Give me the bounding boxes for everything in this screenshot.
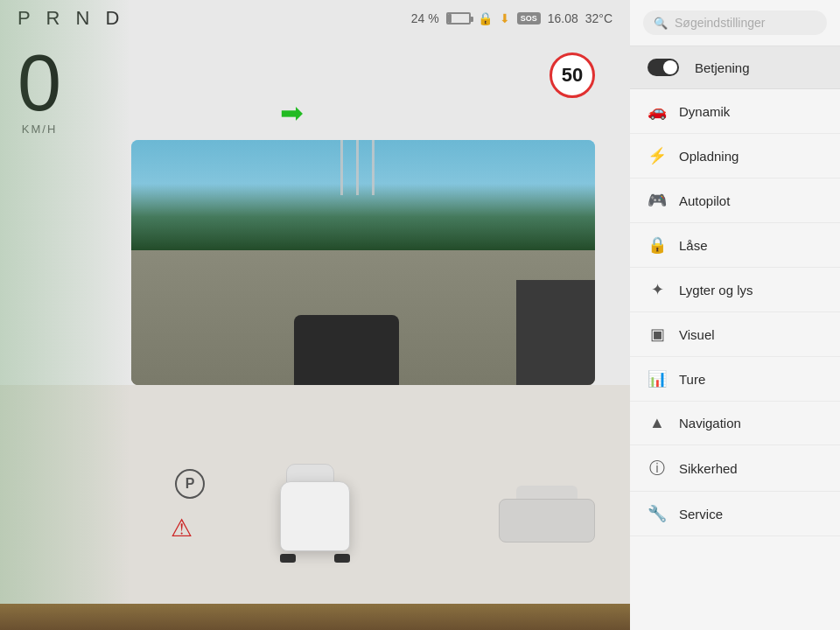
table-surface xyxy=(0,604,630,630)
search-placeholder: Søgeindstillinger xyxy=(675,16,766,30)
navigation-label: Navigation xyxy=(679,416,741,430)
camera-sky xyxy=(131,140,595,250)
sidebar-item-autopilot[interactable]: 🎮 Autopilot xyxy=(630,178,840,223)
settings-menu-items: Betjening 🚗 Dynamik ⚡ Opladning 🎮 Autopi… xyxy=(630,46,840,630)
status-icons-group: 24 % 🔒 ⬇ SOS 16.08 32°C xyxy=(411,11,612,25)
lock-icon: 🔒 xyxy=(478,11,493,25)
service-icon: 🔧 xyxy=(648,504,667,523)
sikkerhed-icon: ⓘ xyxy=(648,458,667,479)
sidebar-item-navigation[interactable]: ▲ Navigation xyxy=(630,402,840,445)
autopilot-icon: 🎮 xyxy=(648,191,667,210)
sidebar-item-service[interactable]: 🔧 Service xyxy=(630,492,840,536)
ture-icon: 📊 xyxy=(648,369,667,388)
sidebar-item-lygter[interactable]: ✦ Lygter og lys xyxy=(630,268,840,312)
laase-label: Låse xyxy=(679,238,708,253)
sidebar-item-laase[interactable]: 🔒 Låse xyxy=(630,223,840,268)
speed-section: 0 KM/H xyxy=(18,44,61,136)
sidebar-item-visuel[interactable]: ▣ Visuel xyxy=(630,312,840,357)
ture-label: Ture xyxy=(679,372,705,387)
betjening-toggle[interactable] xyxy=(648,59,679,76)
betjening-label: Betjening xyxy=(695,60,750,75)
opladning-label: Opladning xyxy=(679,149,738,164)
speed-value: 0 xyxy=(18,44,61,122)
seatbelt-warning-icon: ⚠ xyxy=(171,514,192,542)
speed-limit-sign: 50 xyxy=(550,52,595,98)
dynamik-label: Dynamik xyxy=(679,104,730,119)
sidebar-item-sikkerhed[interactable]: ⓘ Sikkerhed xyxy=(630,445,840,492)
sidebar-item-ture[interactable]: 📊 Ture xyxy=(630,357,840,402)
search-icon: 🔍 xyxy=(654,17,668,30)
battery-percentage: 24 % xyxy=(411,11,439,25)
dashboard-panel: P R N D 24 % 🔒 ⬇ SOS 16.08 32°C 0 KM/H 5… xyxy=(0,0,630,630)
camera-ground xyxy=(131,250,595,385)
speed-unit: KM/H xyxy=(18,122,61,136)
camera-car-right xyxy=(516,280,595,385)
navigation-icon: ▲ xyxy=(648,414,667,432)
search-bar: 🔍 Søgeindstillinger xyxy=(630,0,840,46)
car-view-area: P ⚠ xyxy=(0,385,630,630)
visuel-label: Visuel xyxy=(679,327,715,342)
visuel-icon: ▣ xyxy=(648,325,667,344)
parking-brake-icon: P xyxy=(175,469,205,499)
lygter-icon: ✦ xyxy=(648,280,667,299)
top-status-bar: P R N D 24 % 🔒 ⬇ SOS 16.08 32°C xyxy=(0,0,630,37)
laase-icon: 🔒 xyxy=(648,235,667,255)
opladning-icon: ⚡ xyxy=(648,146,667,165)
main-car-icon xyxy=(276,481,354,578)
time-display: 16.08 xyxy=(548,11,578,25)
direction-arrow: ➡ xyxy=(280,96,304,130)
camera-car-dark xyxy=(294,315,399,385)
camera-poles xyxy=(340,140,374,195)
sidebar-item-opladning[interactable]: ⚡ Opladning xyxy=(630,134,840,178)
sikkerhed-label: Sikkerhed xyxy=(679,461,738,476)
battery-icon xyxy=(446,12,471,24)
dynamik-icon: 🚗 xyxy=(648,102,667,121)
temperature-display: 32°C xyxy=(585,11,612,25)
search-input-container[interactable]: 🔍 Søgeindstillinger xyxy=(643,10,827,35)
settings-panel: 🔍 Søgeindstillinger Betjening 🚗 Dynamik … xyxy=(630,0,840,630)
sidebar-item-dynamik[interactable]: 🚗 Dynamik xyxy=(630,89,840,134)
autopilot-label: Autopilot xyxy=(679,193,730,208)
side-car-icon xyxy=(499,499,604,560)
sos-badge: SOS xyxy=(517,12,541,24)
camera-feed[interactable] xyxy=(131,140,595,385)
download-icon: ⬇ xyxy=(500,11,510,25)
lygter-label: Lygter og lys xyxy=(679,283,753,298)
gear-indicator: P R N D xyxy=(18,7,124,30)
sidebar-item-betjening[interactable]: Betjening xyxy=(630,46,840,89)
service-label: Service xyxy=(679,507,723,522)
